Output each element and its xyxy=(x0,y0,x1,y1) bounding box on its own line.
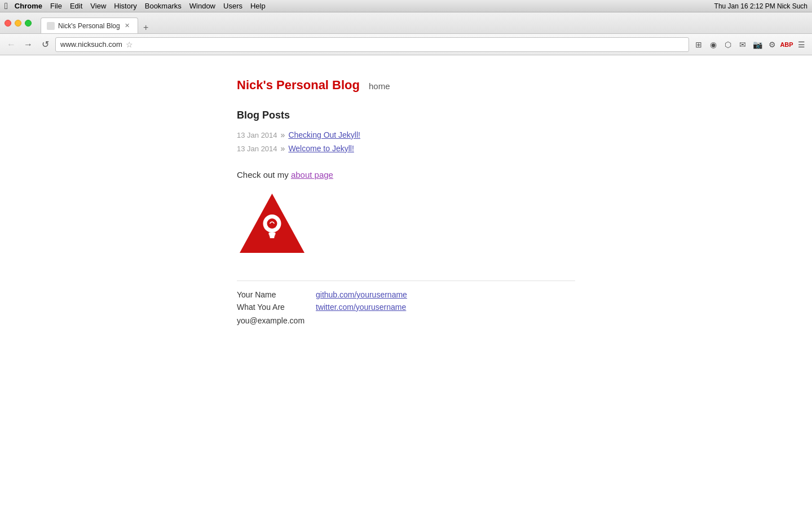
post-arrow-1: » xyxy=(281,130,285,139)
toolbar-right: ⊞ ◉ ⬡ ✉ 📷 ⚙ ABP ☰ xyxy=(692,38,807,51)
post-date-1: 13 Jan 2014 xyxy=(237,131,277,139)
post-link-2[interactable]: Welcome to Jekyll! xyxy=(288,144,354,153)
footer-role-label: What You Are xyxy=(237,303,316,312)
chrome-window: Nick's Personal Blog ✕ + ← → ↺ www.nicks… xyxy=(0,12,812,508)
blog-posts-heading: Blog Posts xyxy=(237,110,575,121)
page-content: Nick's Personal Blog home Blog Posts 13 … xyxy=(0,55,812,508)
footer-twitter-link[interactable]: twitter.com/yourusername xyxy=(316,303,406,312)
site-header: Nick's Personal Blog home xyxy=(237,78,575,93)
jekyll-logo xyxy=(237,191,575,275)
footer-row-role: What You Are twitter.com/yourusername xyxy=(237,303,575,312)
post-date-2: 13 Jan 2014 xyxy=(237,144,277,153)
footer-email-text: you@example.com xyxy=(237,316,304,325)
maximize-window-button[interactable] xyxy=(25,20,32,27)
footer-row-name: Your Name github.com/yourusername xyxy=(237,290,575,299)
menu-file[interactable]: File xyxy=(50,2,62,10)
post-item: 13 Jan 2014 » Welcome to Jekyll! xyxy=(237,144,575,153)
footer-row-email: you@example.com xyxy=(237,315,575,325)
extension-icon-4[interactable]: 📷 xyxy=(751,38,764,51)
menu-edit[interactable]: Edit xyxy=(70,2,82,10)
menu-window[interactable]: Window xyxy=(189,2,215,10)
bookmark-star-icon[interactable]: ☆ xyxy=(126,40,133,49)
settings-icon[interactable]: ⚙ xyxy=(766,38,778,51)
menubar:  Chrome File Edit View History Bookmark… xyxy=(0,0,812,12)
extension-icon-3[interactable]: ✉ xyxy=(736,38,749,51)
tab-favicon-icon xyxy=(47,22,55,30)
footer: Your Name github.com/yourusername What Y… xyxy=(237,281,575,325)
tab-bar: Nick's Personal Blog ✕ + xyxy=(41,12,152,33)
traffic-lights xyxy=(5,20,32,27)
titlebar: Nick's Personal Blog ✕ + xyxy=(0,12,812,34)
about-page-link[interactable]: about page xyxy=(291,170,333,179)
menubar-right: Thu Jan 16 2:12 PM Nick Such xyxy=(714,2,807,10)
active-tab[interactable]: Nick's Personal Blog ✕ xyxy=(41,17,138,33)
tab-close-button[interactable]: ✕ xyxy=(123,22,131,29)
svg-point-5 xyxy=(267,218,277,229)
page-inner: Nick's Personal Blog home Blog Posts 13 … xyxy=(226,78,586,325)
post-item: 13 Jan 2014 » Checking Out Jekyll! xyxy=(237,130,575,139)
menu-view[interactable]: View xyxy=(90,2,106,10)
nav-home-link[interactable]: home xyxy=(369,81,390,91)
menu-help[interactable]: Help xyxy=(250,2,266,10)
extension-icon-1[interactable]: ◉ xyxy=(707,38,720,51)
apple-menu[interactable]:  xyxy=(5,1,8,11)
svg-rect-4 xyxy=(270,237,275,238)
back-button[interactable]: ← xyxy=(5,38,18,51)
menu-bookmarks[interactable]: Bookmarks xyxy=(145,2,182,10)
menu-history[interactable]: History xyxy=(114,2,136,10)
layers-icon[interactable]: ⊞ xyxy=(692,38,705,51)
footer-name-label: Your Name xyxy=(237,290,316,299)
close-window-button[interactable] xyxy=(5,20,11,27)
new-tab-button[interactable]: + xyxy=(140,22,152,33)
toolbar: ← → ↺ www.nicksuch.com ☆ ⊞ ◉ ⬡ ✉ 📷 ⚙ ABP… xyxy=(0,34,812,55)
forward-button[interactable]: → xyxy=(21,38,35,51)
footer-github-link[interactable]: github.com/yourusername xyxy=(316,290,407,299)
url-text: www.nicksuch.com xyxy=(60,40,122,49)
about-text: Check out my about page xyxy=(237,170,575,179)
address-bar[interactable]: www.nicksuch.com ☆ xyxy=(55,37,689,52)
post-list: 13 Jan 2014 » Checking Out Jekyll! 13 Ja… xyxy=(237,130,575,153)
post-link-1[interactable]: Checking Out Jekyll! xyxy=(288,130,360,139)
adblock-icon[interactable]: ABP xyxy=(780,38,793,51)
post-arrow-2: » xyxy=(281,144,285,153)
site-title-link[interactable]: Nick's Personal Blog xyxy=(237,78,360,93)
svg-rect-3 xyxy=(270,235,275,237)
menu-chrome[interactable]: Chrome xyxy=(15,2,42,10)
about-prefix: Check out my xyxy=(237,170,291,179)
datetime-display: Thu Jan 16 2:12 PM Nick Such xyxy=(714,2,807,10)
minimize-window-button[interactable] xyxy=(15,20,21,27)
reload-button[interactable]: ↺ xyxy=(38,38,52,51)
svg-rect-2 xyxy=(269,233,276,235)
menu-users[interactable]: Users xyxy=(223,2,242,10)
menu-icon[interactable]: ☰ xyxy=(795,38,807,51)
tab-title: Nick's Personal Blog xyxy=(58,22,120,30)
extension-icon-2[interactable]: ⬡ xyxy=(722,38,734,51)
